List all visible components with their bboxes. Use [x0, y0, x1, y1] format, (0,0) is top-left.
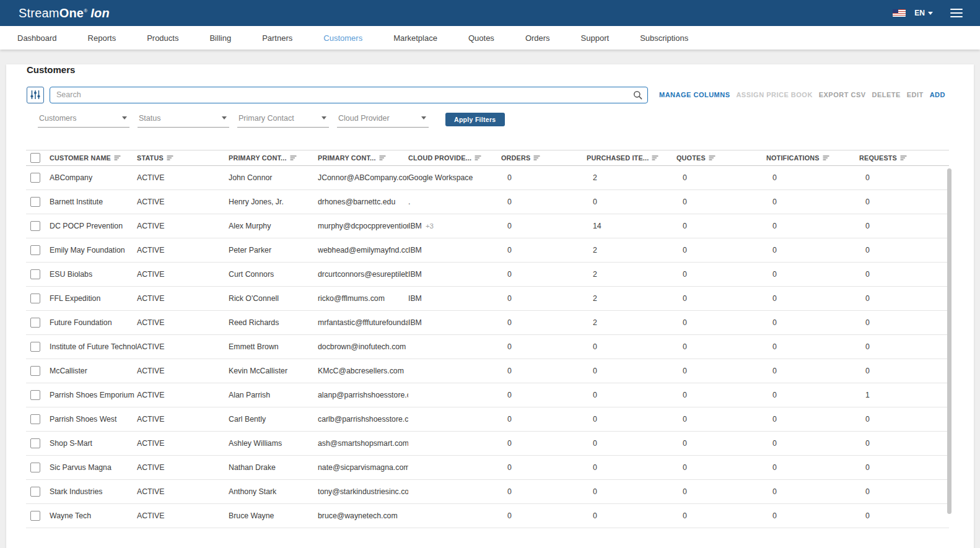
- sort-icon[interactable]: [709, 155, 716, 161]
- column-header-7-quotes[interactable]: QUOTES: [670, 154, 760, 162]
- cell-cloud-provider: [408, 342, 495, 351]
- cell-purchased-items: 2: [580, 294, 670, 303]
- customers-dropdown[interactable]: Customers: [38, 111, 129, 128]
- filters-row: Customers Status Primary Contact Cloud P…: [38, 111, 974, 128]
- column-header-9-requests[interactable]: REQUESTS: [853, 154, 949, 162]
- column-header-6-purchased-ite[interactable]: PURCHASED ITE...: [580, 154, 670, 162]
- filter-toggle-button[interactable]: [27, 87, 44, 103]
- cell-cloud-provider: IBM+3: [408, 222, 495, 230]
- table-row[interactable]: Barnett Institute ACTIVE Henry Jones, Jr…: [26, 190, 949, 214]
- column-header-0-customer-name[interactable]: CUSTOMER NAME: [50, 154, 137, 162]
- sort-icon[interactable]: [167, 155, 174, 161]
- table-row[interactable]: Institute of Future Technology ACTIVE Em…: [26, 335, 949, 359]
- toolbar: MANAGE COLUMNSASSIGN PRICE BOOKEXPORT CS…: [27, 86, 945, 103]
- table-row[interactable]: FFL Expedition ACTIVE Rick O'Connell ric…: [26, 287, 949, 311]
- cell-primary-contact-email: drcurtconnors@esureptilebiola...: [318, 270, 408, 279]
- sort-icon[interactable]: [533, 155, 541, 161]
- cell-customer-name: DC POCP Prevention: [50, 222, 137, 230]
- cell-notifications: 0: [760, 463, 853, 472]
- row-checkbox[interactable]: [30, 342, 40, 352]
- menu-icon[interactable]: [950, 9, 963, 17]
- row-checkbox[interactable]: [30, 269, 40, 279]
- table-row[interactable]: Shop S-Mart ACTIVE Ashley Williams ash@s…: [26, 432, 949, 456]
- assign-price-book-button[interactable]: ASSIGN PRICE BOOK: [736, 91, 812, 98]
- nav-item-quotes[interactable]: Quotes: [468, 33, 494, 43]
- app-logo[interactable]: StreamOne®Ion: [19, 6, 110, 20]
- cloud-provider-dropdown[interactable]: Cloud Provider: [337, 111, 429, 128]
- row-checkbox-cell: [26, 318, 50, 328]
- nav-item-dashboard[interactable]: Dashboard: [17, 33, 57, 43]
- export-csv-button[interactable]: EXPORT CSV: [819, 91, 866, 98]
- row-checkbox[interactable]: [30, 511, 40, 521]
- column-header-2-primary-cont[interactable]: PRIMARY CONT...: [229, 154, 318, 162]
- cell-customer-name: Barnett Institute: [50, 198, 137, 206]
- table-row[interactable]: McCallister ACTIVE Kevin McCallister KMc…: [26, 359, 949, 383]
- nav-item-support[interactable]: Support: [581, 33, 610, 43]
- search-input[interactable]: [50, 87, 648, 103]
- column-header-4-cloud-provide[interactable]: CLOUD PROVIDE...: [408, 154, 495, 162]
- column-header-5-orders[interactable]: ORDERS: [495, 154, 580, 162]
- sort-icon[interactable]: [823, 155, 830, 161]
- nav-item-orders[interactable]: Orders: [525, 33, 550, 43]
- row-checkbox[interactable]: [30, 221, 40, 231]
- table-row[interactable]: Stark Industries ACTIVE Anthony Stark to…: [26, 480, 949, 504]
- select-all-checkbox[interactable]: [30, 153, 40, 163]
- sort-icon[interactable]: [379, 155, 387, 161]
- sort-icon[interactable]: [114, 155, 121, 161]
- row-checkbox[interactable]: [30, 366, 40, 376]
- apply-filters-button[interactable]: Apply Filters: [445, 113, 505, 126]
- cell-customer-name: Wayne Tech: [50, 511, 137, 520]
- table-row[interactable]: Wayne Tech ACTIVE Bruce Wayne bruce@wayn…: [26, 504, 949, 528]
- row-checkbox[interactable]: [30, 197, 40, 207]
- nav-item-reports[interactable]: Reports: [88, 33, 116, 43]
- primary-contact-dropdown[interactable]: Primary Contact: [237, 111, 329, 128]
- sort-icon[interactable]: [900, 155, 908, 161]
- add-button[interactable]: ADD: [930, 91, 945, 98]
- sort-icon[interactable]: [290, 155, 297, 161]
- cell-quotes: 0: [670, 487, 760, 496]
- column-header-3-primary-cont[interactable]: PRIMARY CONT...: [318, 154, 408, 162]
- table-row[interactable]: ESU Biolabs ACTIVE Curt Connors drcurtco…: [26, 263, 949, 287]
- status-dropdown[interactable]: Status: [138, 111, 229, 128]
- edit-button[interactable]: EDIT: [907, 91, 924, 98]
- language-selector[interactable]: EN: [914, 9, 933, 17]
- nav-item-products[interactable]: Products: [147, 33, 178, 43]
- search-icon[interactable]: [633, 90, 642, 100]
- column-header-1-status[interactable]: STATUS: [137, 154, 229, 162]
- nav-item-partners[interactable]: Partners: [262, 33, 292, 43]
- row-checkbox[interactable]: [30, 294, 40, 303]
- row-checkbox[interactable]: [30, 438, 40, 448]
- nav-item-subscriptions[interactable]: Subscriptions: [640, 33, 688, 43]
- cell-quotes: 0: [670, 439, 760, 448]
- nav-item-billing[interactable]: Billing: [209, 33, 231, 43]
- column-header-8-notifications[interactable]: NOTIFICATIONS: [760, 154, 853, 162]
- sort-icon[interactable]: [475, 155, 482, 161]
- cell-requests: 0: [853, 173, 949, 182]
- row-checkbox[interactable]: [30, 463, 40, 472]
- row-checkbox[interactable]: [30, 318, 40, 328]
- row-checkbox[interactable]: [30, 487, 40, 497]
- nav-item-marketplace[interactable]: Marketplace: [393, 33, 437, 43]
- nav-item-customers[interactable]: Customers: [323, 33, 362, 43]
- cell-primary-contact-email: nate@sicparvismagna.com: [318, 463, 408, 472]
- table-row[interactable]: Parrish Shoes Emporium ACTIVE Alan Parri…: [26, 383, 949, 407]
- row-checkbox[interactable]: [30, 245, 40, 255]
- row-checkbox[interactable]: [30, 390, 40, 400]
- cell-customer-name: Stark Industries: [50, 487, 137, 496]
- sort-icon[interactable]: [652, 155, 659, 161]
- table-scrollbar[interactable]: [947, 168, 952, 514]
- cell-orders: 0: [495, 294, 580, 303]
- cell-purchased-items: 0: [580, 342, 670, 351]
- table-row[interactable]: Future Foundation ACTIVE Reed Richards m…: [26, 311, 949, 335]
- cell-primary-contact-name: Curt Connors: [229, 270, 318, 279]
- delete-button[interactable]: DELETE: [872, 91, 900, 98]
- row-checkbox[interactable]: [30, 414, 40, 424]
- manage-columns-button[interactable]: MANAGE COLUMNS: [659, 91, 730, 98]
- table-row[interactable]: ABCompany ACTIVE John Connor JConnor@ABC…: [26, 166, 949, 190]
- row-checkbox[interactable]: [30, 173, 40, 183]
- cell-customer-name: ABCompany: [50, 173, 137, 182]
- table-row[interactable]: DC POCP Prevention ACTIVE Alex Murphy mu…: [26, 214, 949, 238]
- table-row[interactable]: Emily May Foundation ACTIVE Peter Parker…: [26, 238, 949, 263]
- table-row[interactable]: Parrish Shoes West ACTIVE Carl Bently ca…: [26, 407, 949, 432]
- table-row[interactable]: Sic Parvus Magna ACTIVE Nathan Drake nat…: [26, 456, 949, 480]
